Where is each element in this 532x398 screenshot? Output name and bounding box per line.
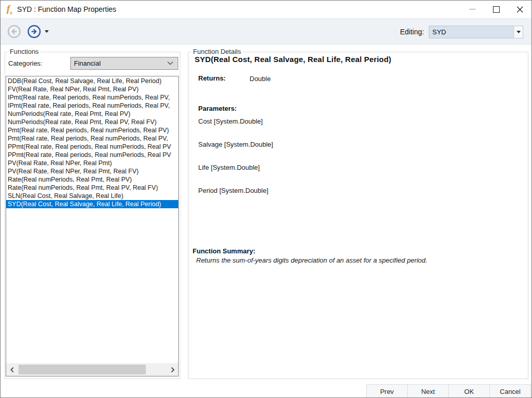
function-list-item[interactable]: NumPeriods(Real rate, Real Pmt, Real PV) [6,110,178,118]
navigation-toolbar: Editing: SYD [1,18,531,45]
minimize-button[interactable] [461,1,484,18]
title-bar: fx SYD : Function Map Properties [1,1,531,18]
editing-combobox[interactable]: SYD [429,26,523,38]
maximize-button[interactable] [484,1,508,18]
parameter-item: Period [System.Double] [198,187,273,195]
forward-arrow-icon [27,25,41,38]
function-signature: SYD(Real Cost, Real Salvage, Real Life, … [195,55,391,64]
function-details-group: Function Details [188,52,528,379]
function-list-item[interactable]: PV(Real Rate, Real NPer, Real Pmt) [6,159,178,167]
parameter-item: Salvage [System.Double] [198,141,273,149]
close-icon [516,6,524,13]
returns-label: Returns: [198,74,225,82]
scroll-right-button[interactable] [167,363,178,376]
function-list-item[interactable]: Rate(Real numPeriods, Real Pmt, Real PV,… [6,184,178,192]
functions-group-label: Functions [8,48,41,55]
categories-value: Financial [71,59,167,67]
horizontal-scrollbar[interactable] [6,363,178,376]
back-button[interactable] [7,25,21,38]
minimize-icon [469,9,476,10]
parameter-list: Cost [System.Double]Salvage [System.Doub… [198,117,273,210]
footer-button-bar: Prev Next OK Cancel [366,384,531,398]
function-list-item[interactable]: FV(Real Rate, Real NPer, Real Pmt, Real … [6,85,178,93]
forward-dropdown-caret[interactable] [45,30,49,33]
function-list-item[interactable]: PPmt(Real rate, Real periods, Real numPe… [6,151,178,159]
back-arrow-icon [7,25,21,38]
cancel-button[interactable]: Cancel [489,384,531,398]
prev-button[interactable]: Prev [366,384,408,398]
function-list-rows: DDB(Real Cost, Real Salvage, Real Life, … [6,77,178,208]
fx-function-icon: fx [7,4,12,15]
scrollbar-thumb[interactable] [18,365,146,374]
chevron-down-icon [167,61,174,66]
chevron-down-icon [517,31,521,33]
function-list-item[interactable]: DDB(Real Cost, Real Salvage, Real Life, … [6,77,178,85]
function-list-item[interactable]: IPmt(Real rate, Real periods, Real numPe… [6,102,178,110]
function-details-group-label: Function Details [191,48,243,55]
ok-button[interactable]: OK [448,384,490,398]
scroll-left-button[interactable] [6,363,17,376]
editing-dropdown-button[interactable] [514,26,523,38]
editing-value: SYD [429,28,514,36]
parameters-label: Parameters: [198,105,237,112]
next-button[interactable]: Next [407,384,449,398]
function-list-item[interactable]: IPmt(Real rate, Real periods, Real numPe… [6,93,178,102]
function-list-item[interactable]: SLN(Real Cost, Real Salvage, Real Life) [6,192,178,200]
close-button[interactable] [508,1,531,18]
function-summary-text: Returns the sum-of-years digits deprecia… [196,256,427,264]
editing-label: Editing: [400,28,424,36]
scroll-right-icon [170,367,175,373]
function-map-properties-dialog: fx SYD : Function Map Properties [0,0,532,398]
parameter-item: Cost [System.Double] [198,117,273,126]
parameter-item: Life [System.Double] [198,164,273,172]
function-list-item[interactable]: PV(Real Rate, Real NPer, Real Pmt, Real … [6,167,178,175]
returns-value: Double [250,75,271,83]
function-listbox[interactable]: DDB(Real Cost, Real Salvage, Real Life, … [6,76,179,376]
window-controls [461,1,531,18]
maximize-icon [493,6,500,13]
categories-label: Categories: [8,59,42,67]
function-summary-label: Function Summary: [193,247,255,255]
function-list-item[interactable]: PPmt(Real rate, Real periods, Real numPe… [6,143,178,151]
categories-combobox[interactable]: Financial [70,57,178,70]
function-list-item[interactable]: SYD(Real Cost, Real Salvage, Real Life, … [6,200,178,208]
function-list-item[interactable]: NumPeriods(Real rate, Real Pmt, Real PV,… [6,118,178,126]
scroll-left-icon [10,367,14,373]
function-list-item[interactable]: Rate(Real numPeriods, Real Pmt, Real PV) [6,175,178,184]
function-list-item[interactable]: Pmt(Real rate, Real periods, Real numPer… [6,126,178,134]
function-list-item[interactable]: Pmt(Real rate, Real periods, Real numPer… [6,134,178,143]
window-title: SYD : Function Map Properties [17,5,116,13]
forward-button[interactable] [27,25,41,38]
